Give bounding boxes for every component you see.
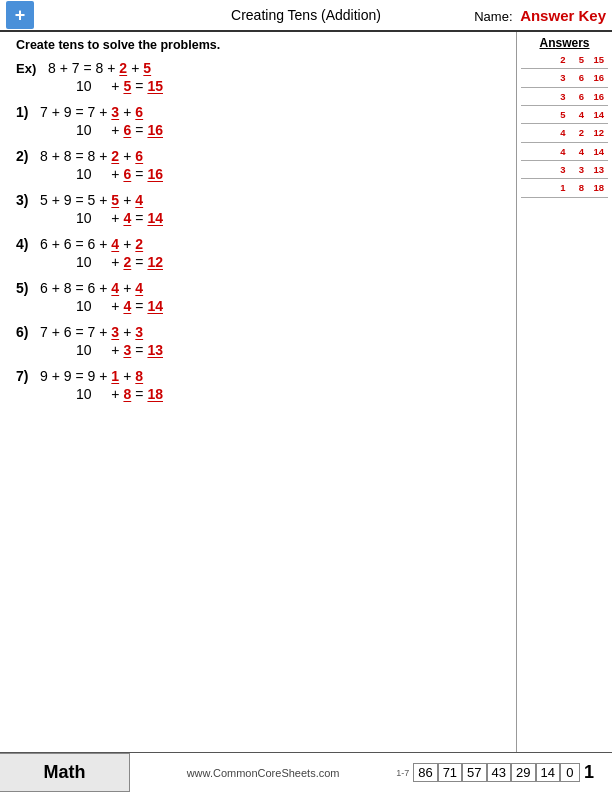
- page-footer: Math www.CommonCoreSheets.com 1-7 867157…: [0, 752, 612, 792]
- problem-a1-7: 1: [111, 368, 119, 384]
- problem-num-1: 1): [16, 104, 36, 120]
- problem-line2-1: 10 + 6 = 16: [76, 122, 500, 138]
- problem-block-7: 7) 9 + 9 = 9 + 1 + 8 10 + 8 = 18: [16, 368, 500, 402]
- page-header: + Creating Tens (Addition) Name: Answer …: [0, 0, 612, 32]
- problem-ans-5: 14: [147, 298, 163, 314]
- answer-item-6: 3 3 13: [521, 164, 608, 179]
- problem-block-6: 6) 7 + 6 = 7 + 3 + 3 10 + 3 = 13: [16, 324, 500, 358]
- problem-line1-7: 7) 9 + 9 = 9 + 1 + 8: [16, 368, 500, 384]
- problem-a2-1: 6: [135, 104, 143, 120]
- example-equation: 8 + 7 = 8 +: [48, 60, 115, 76]
- problem-a2-2: 6: [135, 148, 143, 164]
- main-content: Create tens to solve the problems. Ex) 8…: [0, 32, 612, 752]
- problem-ans-4: 12: [147, 254, 163, 270]
- problem-line1-2: 2) 8 + 8 = 8 + 2 + 6: [16, 148, 500, 164]
- problem-a2-7: 8: [135, 368, 143, 384]
- example-l2a: 5: [123, 78, 131, 94]
- example-line2: 10 + 5 = 15: [76, 78, 500, 94]
- problem-block-3: 3) 5 + 9 = 5 + 5 + 4 10 + 4 = 14: [16, 192, 500, 226]
- problem-block-5: 5) 6 + 8 = 6 + 4 + 4 10 + 4 = 14: [16, 280, 500, 314]
- stats-container: 8671574329140: [413, 763, 580, 782]
- answer-item-5: 4 4 14: [521, 146, 608, 161]
- problem-line2-7: 10 + 8 = 18: [76, 386, 500, 402]
- problem-l2a-7: 8: [123, 386, 131, 402]
- problem-l2a-3: 4: [123, 210, 131, 226]
- answer-key-label: Answer Key: [520, 7, 606, 24]
- problem-line1-1: 1) 7 + 9 = 7 + 3 + 6: [16, 104, 500, 120]
- answers-column: Answers 2 5 15 3 6 16 3 6 16: [517, 32, 612, 752]
- instructions-text: Create tens to solve the problems.: [16, 38, 500, 52]
- problem-a1-2: 2: [111, 148, 119, 164]
- footer-math-label: Math: [0, 753, 130, 792]
- problem-a2-6: 3: [135, 324, 143, 340]
- answer-item-7: 1 8 18: [521, 182, 608, 197]
- problem-num-6: 6): [16, 324, 36, 340]
- problem-l2a-5: 4: [123, 298, 131, 314]
- answer-item-0: 2 5 15: [521, 54, 608, 69]
- problem-l2a-1: 6: [123, 122, 131, 138]
- problem-a1-5: 4: [111, 280, 119, 296]
- page-title: Creating Tens (Addition): [231, 7, 381, 23]
- problem-num-7: 7): [16, 368, 36, 384]
- example-label: Ex): [16, 61, 44, 76]
- problem-a1-1: 3: [111, 104, 119, 120]
- problem-num-3: 3): [16, 192, 36, 208]
- stat-cell-4: 29: [511, 763, 535, 782]
- problem-block-1: 1) 7 + 9 = 7 + 3 + 6 10 + 6 = 16: [16, 104, 500, 138]
- name-label: Name: Answer Key: [474, 7, 606, 24]
- problem-l2a-2: 6: [123, 166, 131, 182]
- answers-container: 2 5 15 3 6 16 3 6 16 5: [521, 54, 608, 198]
- footer-right: 1-7 8671574329140 1: [396, 762, 612, 783]
- example-plus: +: [131, 60, 139, 76]
- answer-item-4: 4 2 12: [521, 127, 608, 142]
- problems-container: 1) 7 + 9 = 7 + 3 + 6 10 + 6 = 16 2) 8 + …: [16, 104, 500, 402]
- answer-item-1: 3 6 16: [521, 72, 608, 87]
- answers-title: Answers: [521, 36, 608, 50]
- footer-page: 1: [584, 762, 604, 783]
- answer-item-3: 5 4 14: [521, 109, 608, 124]
- problem-a1-3: 5: [111, 192, 119, 208]
- stat-cell-6: 0: [560, 763, 580, 782]
- problem-l2a-6: 3: [123, 342, 131, 358]
- logo-icon: +: [6, 1, 34, 29]
- problem-l2a-4: 2: [123, 254, 131, 270]
- stat-cell-1: 71: [438, 763, 462, 782]
- example-l2ans: 15: [147, 78, 163, 94]
- problem-ans-7: 18: [147, 386, 163, 402]
- stat-cell-5: 14: [536, 763, 560, 782]
- example-block: Ex) 8 + 7 = 8 + 2 + 5 10 + 5 = 15: [16, 60, 500, 94]
- problem-ans-6: 13: [147, 342, 163, 358]
- problem-line2-4: 10 + 2 = 12: [76, 254, 500, 270]
- example-a2: 5: [143, 60, 151, 76]
- footer-website: www.CommonCoreSheets.com: [130, 767, 396, 779]
- problem-line1-5: 5) 6 + 8 = 6 + 4 + 4: [16, 280, 500, 296]
- problem-ans-3: 14: [147, 210, 163, 226]
- problem-line2-5: 10 + 4 = 14: [76, 298, 500, 314]
- problem-line1-6: 6) 7 + 6 = 7 + 3 + 3: [16, 324, 500, 340]
- problem-a2-3: 4: [135, 192, 143, 208]
- problem-line2-2: 10 + 6 = 16: [76, 166, 500, 182]
- example-line1: Ex) 8 + 7 = 8 + 2 + 5: [16, 60, 500, 76]
- problem-ans-2: 16: [147, 166, 163, 182]
- problem-a2-5: 4: [135, 280, 143, 296]
- stat-cell-0: 86: [413, 763, 437, 782]
- problem-block-2: 2) 8 + 8 = 8 + 2 + 6 10 + 6 = 16: [16, 148, 500, 182]
- problem-line2-6: 10 + 3 = 13: [76, 342, 500, 358]
- problem-num-4: 4): [16, 236, 36, 252]
- problem-a2-4: 2: [135, 236, 143, 252]
- problem-line1-3: 3) 5 + 9 = 5 + 5 + 4: [16, 192, 500, 208]
- problem-line2-3: 10 + 4 = 14: [76, 210, 500, 226]
- problem-num-2: 2): [16, 148, 36, 164]
- problem-num-5: 5): [16, 280, 36, 296]
- stat-cell-3: 43: [487, 763, 511, 782]
- answer-item-2: 3 6 16: [521, 91, 608, 106]
- problem-ans-1: 16: [147, 122, 163, 138]
- footer-range: 1-7: [396, 768, 409, 778]
- problems-section: Create tens to solve the problems. Ex) 8…: [0, 32, 517, 752]
- problem-block-4: 4) 6 + 6 = 6 + 4 + 2 10 + 2 = 12: [16, 236, 500, 270]
- example-a1: 2: [119, 60, 127, 76]
- problem-line1-4: 4) 6 + 6 = 6 + 4 + 2: [16, 236, 500, 252]
- stat-cell-2: 57: [462, 763, 486, 782]
- problem-a1-4: 4: [111, 236, 119, 252]
- problem-a1-6: 3: [111, 324, 119, 340]
